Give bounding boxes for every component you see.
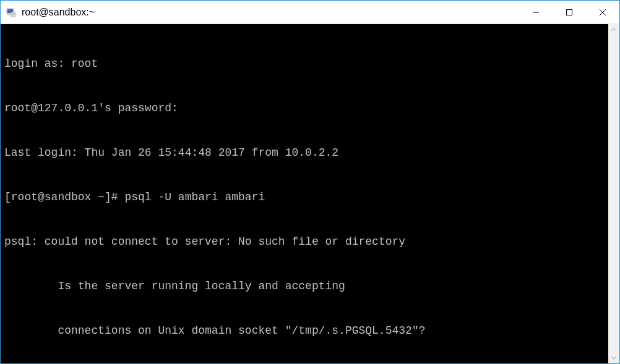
window-controls xyxy=(519,1,619,23)
maximize-icon xyxy=(566,9,573,16)
minimize-icon xyxy=(532,9,540,16)
terminal-content: login as: root root@127.0.0.1's password… xyxy=(1,24,619,363)
scroll-up-arrow[interactable] xyxy=(608,24,619,35)
scroll-down-arrow[interactable] xyxy=(608,352,619,363)
terminal-line: [root@sandbox ~]# psql -U ambari ambari xyxy=(4,190,616,205)
putty-icon xyxy=(6,7,17,18)
terminal-line: connections on Unix domain socket "/tmp/… xyxy=(4,323,616,338)
terminal-area[interactable]: login as: root root@127.0.0.1's password… xyxy=(1,24,619,363)
window-title: root@sandbox:~ xyxy=(22,7,519,18)
terminal-line: login as: root xyxy=(4,56,616,71)
vertical-scrollbar[interactable] xyxy=(608,24,619,363)
minimize-button[interactable] xyxy=(519,1,553,23)
titlebar[interactable]: root@sandbox:~ xyxy=(1,1,619,24)
terminal-line: psql: could not connect to server: No su… xyxy=(4,234,616,249)
close-icon xyxy=(599,9,606,16)
close-button[interactable] xyxy=(586,1,619,23)
maximize-button[interactable] xyxy=(553,1,586,23)
terminal-line: Last login: Thu Jan 26 15:44:48 2017 fro… xyxy=(4,145,616,160)
terminal-line: Is the server running locally and accept… xyxy=(4,279,616,294)
scroll-track[interactable] xyxy=(608,35,619,352)
chevron-up-icon xyxy=(611,28,616,32)
svg-rect-6 xyxy=(567,9,572,15)
app-window: root@sandbox:~ login as: root xyxy=(0,0,620,364)
terminal-line: root@127.0.0.1's password: xyxy=(4,101,616,116)
svg-rect-2 xyxy=(11,12,15,17)
chevron-down-icon xyxy=(611,356,616,360)
